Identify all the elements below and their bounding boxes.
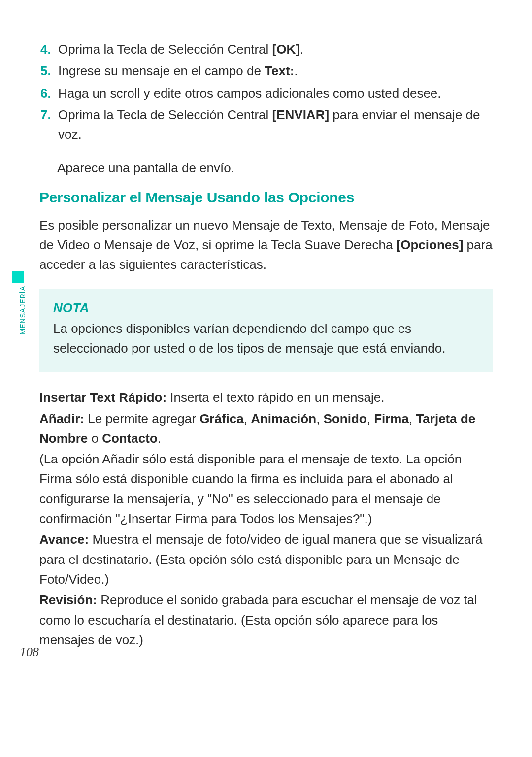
intro-bold: [Opciones] — [397, 237, 464, 252]
step-key: [ENVIAR] — [272, 107, 330, 122]
step-number: 6. — [40, 83, 51, 103]
option-label: Insertar Text Rápido: — [39, 390, 166, 405]
page-number: 108 — [20, 645, 39, 659]
sep: , — [244, 411, 251, 426]
note-box: NOTA La opciones disponibles varían depe… — [39, 289, 493, 372]
options-block: Insertar Text Rápido: Inserta el texto r… — [39, 388, 493, 650]
section-side-label: MENSAJERÍA — [19, 286, 27, 334]
step-text: Oprima la Tecla de Selección Central — [58, 107, 272, 122]
keyword: Gráfica — [200, 411, 244, 426]
keyword: Firma — [374, 411, 409, 426]
note-label: NOTA — [53, 300, 479, 316]
option-label: Revisión: — [39, 592, 97, 607]
option-label: Añadir: — [39, 411, 84, 426]
step-text: Oprima la Tecla de Selección Central — [58, 42, 272, 57]
step-key: [OK] — [272, 42, 300, 57]
section-tab-marker — [12, 271, 24, 283]
option-text: Muestra el mensaje de foto/video de igua… — [39, 532, 482, 587]
step-number: 7. — [40, 105, 51, 125]
sep: o — [88, 431, 102, 446]
step-text: Haga un scroll y edite otros campos adic… — [58, 86, 441, 100]
option-label: Avance: — [39, 532, 89, 547]
section-heading: Personalizar el Mensaje Usando las Opcio… — [39, 189, 493, 208]
step-number: 4. — [40, 39, 51, 59]
keyword: Animación — [251, 411, 316, 426]
note-body: La opciones disponibles varían dependien… — [53, 319, 479, 359]
option-text: Reproduce el sonido grabada para escucha… — [39, 592, 477, 647]
step-text-post: . — [294, 64, 298, 78]
step-4: 4. Oprima la Tecla de Selección Central … — [40, 39, 493, 59]
divider — [39, 10, 493, 10]
sep: , — [367, 411, 374, 426]
step-5: 5. Ingrese su mensaje en el campo de Tex… — [40, 61, 493, 81]
option-insert-quick-text: Insertar Text Rápido: Inserta el texto r… — [39, 388, 493, 407]
step-7: 7. Oprima la Tecla de Selección Central … — [40, 105, 493, 145]
step-6: 6. Haga un scroll y edite otros campos a… — [40, 83, 493, 103]
sep: , — [409, 411, 416, 426]
step-number: 5. — [40, 61, 51, 81]
keyword: Contacto — [102, 431, 158, 446]
step-key: Text: — [265, 64, 294, 78]
option-add: Añadir: Le permite agregar Gráfica, Anim… — [39, 409, 493, 449]
step-7-substep: Aparece una pantalla de envío. — [57, 158, 493, 178]
option-add-note: (La opción Añadir sólo está disponible p… — [39, 449, 493, 528]
keyword: Sonido — [324, 411, 367, 426]
section-intro: Es posible personalizar un nuevo Mensaje… — [39, 215, 493, 275]
sep: , — [316, 411, 323, 426]
option-review: Revisión: Reproduce el sonido grabada pa… — [39, 590, 493, 650]
end: . — [158, 431, 161, 446]
step-text: Ingrese su mensaje en el campo de — [58, 64, 265, 78]
option-preview: Avance: Muestra el mensaje de foto/video… — [39, 529, 493, 589]
step-text-post: . — [300, 42, 303, 57]
option-text: Le permite agregar — [84, 411, 200, 426]
option-text: Inserta el texto rápido en un mensaje. — [166, 390, 384, 405]
instruction-list: 4. Oprima la Tecla de Selección Central … — [40, 39, 493, 144]
